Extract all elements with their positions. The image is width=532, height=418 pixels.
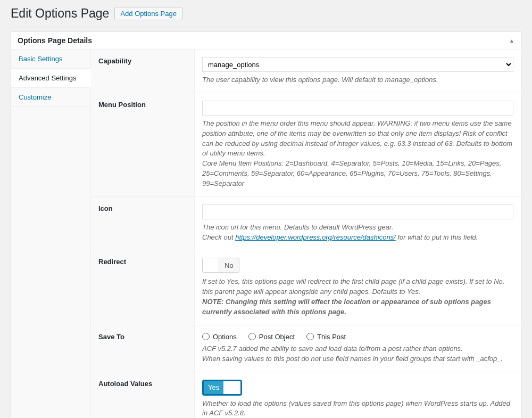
dashicons-link[interactable]: https://developer.wordpress.org/resource… <box>235 233 396 241</box>
page-header: Edit Options Page Add Options Page <box>11 0 521 31</box>
toggle-knob <box>203 258 219 272</box>
collapse-toggle-icon[interactable]: ▲ <box>509 38 514 44</box>
redirect-label: Redirect <box>91 250 195 324</box>
panel-body: Basic Settings Advanced Settings Customi… <box>11 50 521 418</box>
radio-label-this-post: This Post <box>317 333 346 341</box>
autoload-toggle[interactable]: Yes <box>202 380 242 396</box>
menu-position-description: The position in the menu order this menu… <box>202 119 513 189</box>
radio-label-options: Options <box>213 333 237 341</box>
save-to-options-radio[interactable]: Options <box>202 333 237 341</box>
redirect-toggle[interactable]: No <box>202 258 239 273</box>
tab-customize[interactable]: Customize <box>11 88 90 107</box>
capability-description: The user capability to view this options… <box>202 75 513 85</box>
icon-description: The icon url for this menu. Defaults to … <box>202 223 513 243</box>
fields-column: Capability manage_options The user capab… <box>91 50 521 418</box>
settings-tabs-sidebar: Basic Settings Advanced Settings Customi… <box>11 50 91 418</box>
toggle-knob <box>223 381 240 394</box>
options-page-details-panel: Options Page Details ▲ Basic Settings Ad… <box>11 31 521 418</box>
field-row-autoload: Autoload Values Yes Whether to load the … <box>91 372 521 419</box>
capability-select[interactable]: manage_options <box>202 57 513 72</box>
field-row-save-to: Save To Options Post Object <box>91 325 521 372</box>
add-options-page-button[interactable]: Add Options Page <box>114 7 182 20</box>
tab-advanced-settings[interactable]: Advanced Settings <box>11 69 91 88</box>
panel-title: Options Page Details <box>18 36 92 45</box>
menu-position-input[interactable] <box>202 101 513 116</box>
menu-position-label: Menu Position <box>91 93 195 196</box>
autoload-toggle-label: Yes <box>204 381 223 394</box>
save-to-radio-group: Options Post Object This Post <box>202 333 513 341</box>
save-to-label: Save To <box>91 325 195 372</box>
field-row-menu-position: Menu Position The position in the menu o… <box>91 93 521 197</box>
radio-icon <box>202 333 210 340</box>
panel-header: Options Page Details ▲ <box>11 32 521 50</box>
page-title: Edit Options Page <box>11 6 109 21</box>
icon-input[interactable] <box>202 204 513 219</box>
autoload-description: Whether to load the options (values save… <box>202 399 513 419</box>
field-row-redirect: Redirect No If set to Yes, this options … <box>91 250 521 325</box>
save-to-this-post-radio[interactable]: This Post <box>306 333 346 341</box>
field-row-icon: Icon The icon url for this menu. Default… <box>91 197 521 251</box>
field-row-capability: Capability manage_options The user capab… <box>91 50 521 93</box>
autoload-label: Autoload Values <box>91 372 195 419</box>
tab-basic-settings[interactable]: Basic Settings <box>11 50 90 69</box>
radio-label-post-object: Post Object <box>259 333 295 341</box>
save-to-post-object-radio[interactable]: Post Object <box>248 333 295 341</box>
redirect-toggle-label: No <box>219 258 239 272</box>
radio-icon <box>306 333 314 340</box>
icon-label: Icon <box>91 197 195 250</box>
radio-icon <box>248 333 256 340</box>
capability-label: Capability <box>91 50 195 93</box>
save-to-description: ACF v5.2.7 added the ability to save and… <box>202 344 513 364</box>
redirect-description: If set to Yes, this options page will re… <box>202 277 513 317</box>
